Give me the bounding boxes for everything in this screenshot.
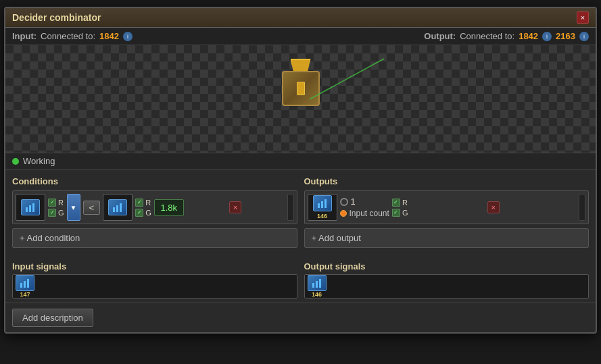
checkbox-g-right[interactable]: ✓ bbox=[135, 209, 143, 217]
input-section: Input: Connected to: 1842 i bbox=[12, 31, 133, 41]
condition-row: ✓ R ✓ G ▼ < bbox=[12, 190, 297, 224]
output-scrollbar[interactable] bbox=[579, 194, 585, 221]
cb-row-r-right: ✓ R bbox=[135, 199, 151, 207]
bottom-bar: Add description bbox=[5, 303, 596, 332]
io-bar: Input: Connected to: 1842 i Output: Conn… bbox=[5, 28, 596, 45]
output-signals-panel: Output signals 146 bbox=[304, 261, 590, 298]
combinator-sprite bbox=[281, 71, 321, 111]
condition-checkboxes-left: ✓ R ✓ G bbox=[48, 199, 64, 217]
input-chip-svg bbox=[19, 278, 31, 288]
svg-rect-12 bbox=[27, 279, 29, 288]
output-chip-svg bbox=[311, 278, 323, 288]
input-signals-row: 147 bbox=[12, 274, 297, 298]
output-checkboxes: ✓ R ✓ G bbox=[392, 199, 408, 217]
output-signals-row: 146 bbox=[304, 274, 590, 298]
input-signal-chip-icon bbox=[16, 275, 34, 291]
output-info-icon1[interactable]: i bbox=[542, 32, 552, 41]
decider-combinator-window: Decider combinator × Input: Connected to… bbox=[4, 7, 597, 334]
svg-rect-1 bbox=[26, 207, 28, 212]
output-signals-title: Output signals bbox=[304, 261, 590, 271]
output-radio-value[interactable] bbox=[340, 198, 348, 206]
add-condition-button[interactable]: + Add condition bbox=[12, 228, 297, 248]
close-button[interactable]: × bbox=[577, 11, 589, 24]
output-input-count-label: Input count bbox=[350, 209, 389, 218]
condition-checkboxes-right: ✓ R ✓ G bbox=[135, 199, 151, 217]
condition-arrow-btn[interactable]: ▼ bbox=[67, 194, 80, 221]
svg-rect-5 bbox=[116, 205, 118, 212]
combinator-hat bbox=[291, 59, 311, 72]
output-signal-icon bbox=[313, 195, 332, 211]
checkbox-r-left[interactable]: ✓ bbox=[48, 199, 56, 207]
condition-scrollbar[interactable] bbox=[287, 194, 294, 221]
output-signal-svg bbox=[316, 198, 329, 209]
output-signal-chip[interactable]: 146 bbox=[308, 275, 327, 298]
svg-rect-8 bbox=[321, 201, 323, 208]
input-signals-title: Input signals bbox=[12, 261, 297, 271]
cb-label-g-right: G bbox=[145, 209, 151, 217]
main-content: Conditions ✓ R bbox=[5, 170, 596, 261]
cb-label-r-left: R bbox=[58, 199, 64, 207]
combinator-body bbox=[282, 71, 320, 106]
input-signal-chip[interactable]: 147 bbox=[16, 275, 34, 298]
input-info-icon[interactable]: i bbox=[123, 32, 133, 41]
signal-svg-right bbox=[112, 202, 124, 213]
condition-value[interactable]: 1.8k bbox=[154, 199, 184, 216]
output-value-label: 1 bbox=[351, 197, 356, 207]
condition-signal-slot-left[interactable] bbox=[16, 194, 45, 221]
svg-rect-7 bbox=[318, 203, 320, 208]
output-radio-input-count[interactable] bbox=[340, 210, 347, 217]
output-cb-label-r: R bbox=[402, 199, 408, 207]
checkbox-g-left[interactable]: ✓ bbox=[48, 209, 56, 217]
svg-rect-3 bbox=[32, 203, 34, 212]
conditions-title: Conditions bbox=[12, 176, 297, 186]
signals-row: Input signals 147 Output signals bbox=[5, 261, 596, 303]
input-network1: 1842 bbox=[99, 31, 119, 41]
cb-row-g-left: ✓ G bbox=[48, 209, 64, 217]
svg-line-0 bbox=[310, 59, 384, 99]
output-connected-label: Connected to: bbox=[460, 31, 514, 41]
svg-rect-4 bbox=[113, 207, 115, 212]
output-cb-label-g: G bbox=[402, 209, 408, 217]
output-info-icon2[interactable]: i bbox=[579, 32, 589, 41]
output-options: 1 Input count bbox=[340, 197, 389, 218]
add-output-button[interactable]: + Add output bbox=[304, 228, 590, 248]
conditions-panel: Conditions ✓ R bbox=[12, 176, 297, 255]
output-signal-slot[interactable]: 146 bbox=[308, 194, 337, 221]
output-signal-chip-num: 146 bbox=[312, 291, 322, 298]
cb-label-r-right: R bbox=[145, 199, 151, 207]
condition-delete-btn[interactable]: × bbox=[229, 201, 241, 213]
output-value-row: 1 bbox=[340, 197, 389, 207]
svg-rect-11 bbox=[24, 281, 26, 288]
svg-rect-2 bbox=[29, 205, 31, 212]
preview-area bbox=[5, 45, 596, 153]
svg-rect-13 bbox=[312, 283, 314, 288]
output-label: Output: bbox=[424, 31, 456, 41]
output-signal-number: 146 bbox=[317, 213, 327, 219]
input-label: Input: bbox=[12, 31, 37, 41]
outputs-title: Outputs bbox=[304, 176, 590, 186]
output-checkbox-g[interactable]: ✓ bbox=[392, 209, 400, 217]
output-cb-row-g: ✓ G bbox=[392, 209, 408, 217]
condition-operator[interactable]: < bbox=[83, 201, 101, 215]
input-connected-label: Connected to: bbox=[41, 31, 95, 41]
outputs-panel: Outputs 146 bbox=[304, 176, 590, 255]
output-network1: 1842 bbox=[519, 31, 538, 41]
svg-rect-9 bbox=[324, 199, 327, 208]
output-checkbox-r[interactable]: ✓ bbox=[392, 199, 400, 207]
input-signals-panel: Input signals 147 bbox=[12, 261, 297, 298]
status-bar: Working bbox=[5, 153, 596, 170]
svg-rect-6 bbox=[120, 203, 122, 212]
cb-row-r-left: ✓ R bbox=[48, 199, 64, 207]
cb-row-g-right: ✓ G bbox=[135, 209, 151, 217]
add-description-button[interactable]: Add description bbox=[12, 309, 93, 327]
signal-svg bbox=[24, 202, 37, 213]
output-delete-btn[interactable]: × bbox=[487, 201, 500, 213]
condition-signal-icon bbox=[21, 199, 40, 215]
output-section: Output: Connected to: 1842 i 2163 i bbox=[424, 31, 589, 41]
output-row: 146 1 Input count ✓ bbox=[304, 190, 590, 224]
condition-signal-slot-right[interactable] bbox=[103, 194, 133, 221]
input-signal-chip-num: 147 bbox=[20, 291, 30, 298]
title-bar: Decider combinator × bbox=[5, 8, 596, 28]
svg-rect-14 bbox=[316, 281, 318, 288]
checkbox-r-right[interactable]: ✓ bbox=[135, 199, 143, 207]
